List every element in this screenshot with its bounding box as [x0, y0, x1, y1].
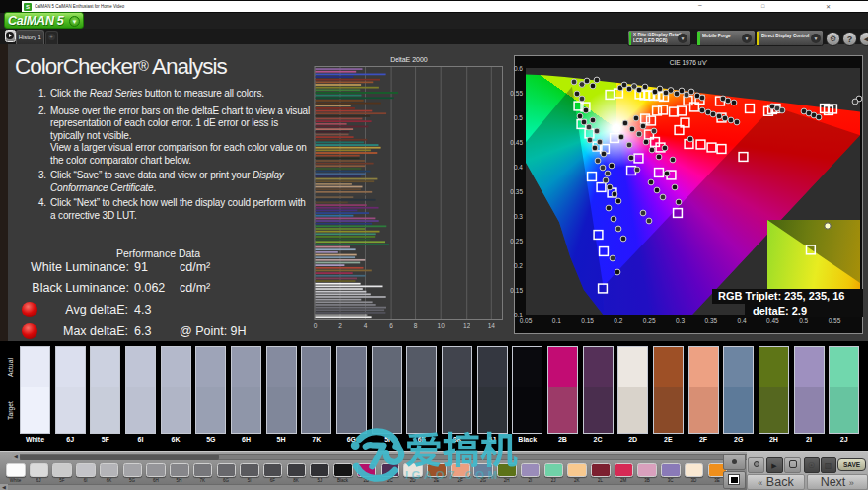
svg-text:IGAO7.COM: IGAO7.COM: [405, 469, 500, 481]
